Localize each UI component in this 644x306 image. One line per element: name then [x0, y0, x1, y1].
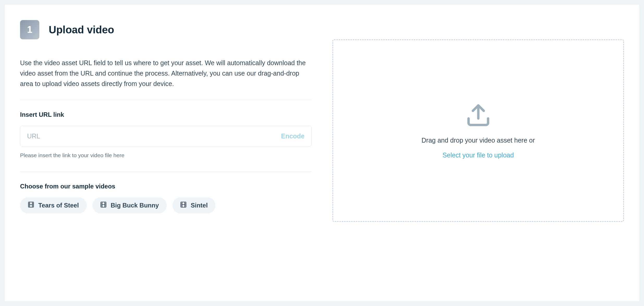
- encode-button[interactable]: Encode: [281, 132, 305, 140]
- samples-label: Choose from our sample videos: [20, 183, 312, 190]
- page-title: Upload video: [49, 24, 114, 36]
- sample-chip-sintel[interactable]: Sintel: [172, 197, 215, 213]
- upload-icon: [465, 102, 491, 129]
- step-number: 1: [27, 24, 32, 35]
- url-input-row: Encode: [20, 126, 312, 146]
- film-icon: [180, 201, 187, 209]
- chip-label: Sintel: [191, 202, 208, 209]
- chip-label: Big Buck Bunny: [111, 202, 159, 209]
- right-column: Drag and drop your video asset here or S…: [332, 20, 624, 276]
- select-file-link[interactable]: Select your file to upload: [443, 151, 514, 159]
- sample-chip-big-buck-bunny[interactable]: Big Buck Bunny: [92, 197, 167, 213]
- sample-chip-tears-of-steel[interactable]: Tears of Steel: [20, 197, 87, 213]
- url-input[interactable]: [27, 132, 281, 140]
- chip-label: Tears of Steel: [38, 202, 79, 209]
- divider: [20, 172, 312, 172]
- dropzone[interactable]: Drag and drop your video asset here or S…: [332, 39, 624, 222]
- film-icon: [100, 201, 107, 209]
- url-hint: Please insert the link to your video fil…: [20, 152, 312, 158]
- divider: [20, 100, 312, 100]
- left-column: 1 Upload video Use the video asset URL f…: [20, 20, 312, 276]
- drop-text: Drag and drop your video asset here or: [422, 137, 535, 144]
- upload-card: 1 Upload video Use the video asset URL f…: [4, 4, 640, 302]
- sample-chips-row: Tears of Steel Big Buck Bunny Sintel: [20, 197, 312, 213]
- step-badge: 1: [20, 20, 39, 39]
- url-section-label: Insert URL link: [20, 111, 312, 118]
- film-icon: [28, 201, 34, 209]
- description-text: Use the video asset URL field to tell us…: [20, 58, 312, 89]
- header-row: 1 Upload video: [20, 20, 312, 39]
